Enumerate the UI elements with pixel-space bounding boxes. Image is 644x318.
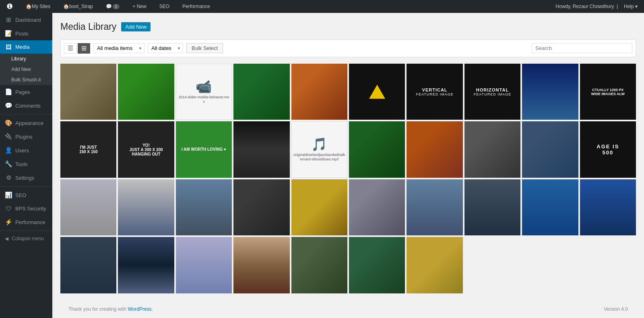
- list-item[interactable]: [60, 237, 116, 293]
- appearance-icon: 🎨: [5, 119, 12, 127]
- list-item[interactable]: [407, 237, 462, 293]
- help-button[interactable]: Help ▾: [621, 0, 641, 13]
- list-item[interactable]: [407, 121, 462, 177]
- submenu-library[interactable]: Library: [0, 54, 52, 64]
- media-type-filter[interactable]: All media items: [93, 43, 144, 53]
- new-item-menu[interactable]: + New: [129, 0, 149, 13]
- sidebar-item-posts[interactable]: 📝 Posts: [0, 27, 52, 40]
- list-item[interactable]: HORIZONTALFEATURED IMAGE: [464, 64, 520, 120]
- sidebar-item-seo[interactable]: 📊 SEO: [0, 188, 52, 202]
- list-item[interactable]: [522, 121, 578, 177]
- list-item[interactable]: [176, 179, 232, 235]
- seo-menu-icon: 📊: [5, 191, 12, 199]
- list-item[interactable]: [233, 121, 289, 177]
- submenu-bulk-smush[interactable]: Bulk Smush.it: [0, 75, 52, 85]
- my-sites-menu[interactable]: 🏠 My Sites: [23, 0, 54, 13]
- search-input[interactable]: [532, 43, 632, 53]
- audio-icon: 🎵: [311, 137, 327, 152]
- footer-version: Version 4.0: [604, 306, 628, 312]
- dates-filter[interactable]: All dates: [148, 43, 183, 53]
- performance-menu-icon: ⚡: [5, 218, 12, 226]
- list-item[interactable]: [522, 64, 578, 120]
- list-item[interactable]: I AM WORTH LOVING ♥: [176, 121, 232, 177]
- sidebar-item-performance[interactable]: ⚡ Performance: [0, 215, 52, 229]
- sidebar-item-pages[interactable]: 📄 Pages: [0, 85, 52, 99]
- sidebar-item-settings[interactable]: ⚙ Settings: [0, 171, 52, 185]
- sidebar-item-bps-security[interactable]: 🛡 BPS Security: [0, 202, 52, 215]
- sidebar-item-label-bps: BPS Security: [15, 206, 46, 212]
- site-name-menu[interactable]: 🏠 boot_Strap: [60, 0, 96, 13]
- list-item[interactable]: 📹 2014-slider-mobile-behavior.mov: [176, 64, 232, 120]
- list-item[interactable]: [349, 237, 405, 293]
- list-item[interactable]: [291, 64, 347, 120]
- my-sites-icon: 🏠: [26, 4, 32, 9]
- list-item[interactable]: [233, 179, 289, 235]
- library-label: Library: [11, 56, 26, 62]
- list-item[interactable]: [580, 179, 636, 235]
- sidebar-item-dashboard[interactable]: ⊞ Dashboard: [0, 13, 52, 27]
- wordpress-link[interactable]: WordPress.: [128, 306, 153, 312]
- add-new-button[interactable]: Add New: [121, 22, 151, 31]
- seo-label: SEO: [159, 4, 169, 9]
- seo-menu[interactable]: SEO: [156, 0, 173, 13]
- sidebar-item-comments[interactable]: 💬 Comments: [0, 99, 52, 112]
- list-item[interactable]: [118, 237, 174, 293]
- sidebar-item-users[interactable]: 👤 Users: [0, 143, 52, 157]
- list-item[interactable]: [464, 121, 520, 177]
- media-grid: 📹 2014-slider-mobile-behavior.mov VERTIC…: [60, 64, 636, 293]
- tile-text-300-200: YO!JUST A 300 X 200HANGING OUT: [118, 121, 174, 177]
- settings-icon: ⚙: [5, 174, 12, 181]
- list-item[interactable]: [118, 64, 174, 120]
- sidebar-item-appearance[interactable]: 🎨 Appearance: [0, 116, 52, 130]
- media-filter-wrap: All media items: [93, 43, 144, 53]
- sidebar-item-media[interactable]: 🖼 Media: [0, 40, 52, 54]
- submenu-add-new[interactable]: Add New: [0, 64, 52, 75]
- comments-badge: 0: [113, 4, 120, 9]
- list-item[interactable]: YO!JUST A 300 X 200HANGING OUT: [118, 121, 174, 177]
- sidebar-item-label-seo: SEO: [15, 192, 26, 198]
- tile-text-vertical: VERTICALFEATURED IMAGE: [407, 64, 462, 120]
- my-sites-label: My Sites: [32, 4, 50, 9]
- grid-view-button[interactable]: ⊞: [78, 43, 90, 54]
- list-item[interactable]: [233, 237, 289, 293]
- comments-count[interactable]: 💬 0: [103, 0, 123, 13]
- collapse-label: Collapse menu: [12, 236, 44, 241]
- list-item[interactable]: VERTICALFEATURED IMAGE: [407, 64, 462, 120]
- list-item[interactable]: CTUALLY 1200 PXWIDE IMAGES ALW: [580, 64, 636, 120]
- sidebar-item-tools[interactable]: 🔧 Tools: [0, 157, 52, 171]
- sidebar-item-label-pages: Pages: [15, 89, 30, 95]
- wp-logo[interactable]: ❶: [3, 0, 16, 13]
- sidebar-item-label-users: Users: [15, 148, 29, 154]
- list-item[interactable]: [349, 179, 405, 235]
- list-view-button[interactable]: ☰: [64, 43, 77, 54]
- list-item[interactable]: [233, 64, 289, 120]
- list-item[interactable]: [291, 179, 347, 235]
- bulk-select-button[interactable]: Bulk Select: [186, 43, 223, 53]
- list-item[interactable]: [349, 121, 405, 177]
- list-item[interactable]: AGE IS500: [580, 121, 636, 177]
- dates-filter-wrap: All dates: [148, 43, 183, 53]
- list-item[interactable]: [522, 179, 578, 235]
- list-item[interactable]: I'M JUST150 X 150: [60, 121, 116, 177]
- list-item[interactable]: [60, 64, 116, 120]
- list-item[interactable]: [60, 179, 116, 235]
- user-greeting: Howdy, Rezaur Chowdhury: [555, 4, 614, 9]
- performance-menu[interactable]: Performance: [179, 0, 213, 13]
- posts-icon: 📝: [5, 30, 12, 37]
- collapse-menu-button[interactable]: ◀ Collapse menu: [0, 233, 52, 245]
- plugins-icon: 🔌: [5, 133, 12, 140]
- audio-file-name: originaldixielandjazzbandwithalbernard-s…: [292, 152, 347, 162]
- tile-text-width: CTUALLY 1200 PXWIDE IMAGES ALW: [580, 64, 636, 120]
- list-item[interactable]: [176, 237, 232, 293]
- file-icon: 📹: [196, 79, 212, 94]
- list-item[interactable]: 🎵 originaldixielandjazzbandwithalbernard…: [291, 121, 347, 177]
- list-item[interactable]: [349, 64, 405, 120]
- new-item-label: + New: [132, 4, 146, 9]
- list-item[interactable]: [464, 179, 520, 235]
- footer: Thank you for creating with WordPress. V…: [60, 301, 636, 317]
- sidebar-item-plugins[interactable]: 🔌 Plugins: [0, 130, 52, 143]
- bps-icon: 🛡: [5, 205, 12, 212]
- list-item[interactable]: [291, 237, 347, 293]
- list-item[interactable]: [407, 179, 462, 235]
- list-item[interactable]: [118, 179, 174, 235]
